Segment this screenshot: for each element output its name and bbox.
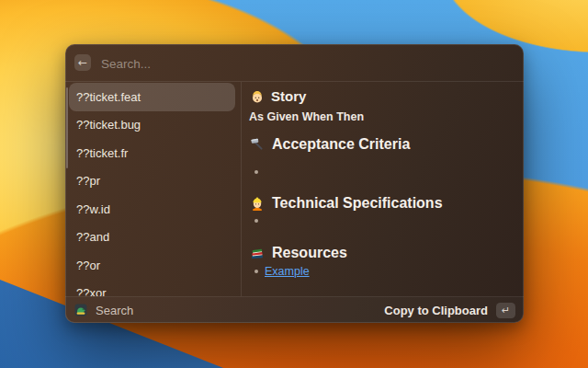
back-button[interactable]: ←	[74, 54, 91, 71]
list-item-ticket-feat[interactable]: ??ticket.feat	[69, 83, 235, 111]
list-item-label: ??or	[76, 259, 100, 272]
detail-subtitle: As Given When Then	[249, 110, 364, 123]
person-blond-emoji	[249, 88, 265, 104]
list-item-and[interactable]: ??and	[69, 224, 235, 252]
return-glyph: ↵	[502, 305, 510, 316]
desktop: ← ??ticket.feat ??ticket.bug ??ticket.fr…	[0, 0, 588, 368]
bullet-dot	[254, 170, 258, 174]
copy-to-clipboard-label: Copy to Clipboard	[384, 304, 488, 317]
section-technical-specifications: Technical Specifications	[249, 195, 443, 212]
search-input[interactable]	[99, 52, 498, 75]
section-acceptance-criteria: Acceptance Criteria	[249, 136, 410, 153]
books-emoji	[249, 246, 265, 261]
hammer-emoji	[249, 137, 265, 153]
search-bar: ←	[65, 44, 524, 81]
list-item-ticket-bug[interactable]: ??ticket.bug	[69, 111, 235, 140]
list-item-label: ??pr	[76, 174, 100, 188]
list-item-or[interactable]: ??or	[69, 251, 235, 280]
empty-bullet	[254, 214, 265, 227]
list-item-label: ??ticket.bug	[76, 118, 141, 132]
section-heading: Acceptance Criteria	[272, 136, 410, 153]
empty-bullet	[254, 166, 265, 178]
list-items: ??ticket.feat ??ticket.bug ??ticket.fr ?…	[65, 83, 241, 296]
return-key-icon: ↵	[496, 303, 515, 318]
construction-worker-emoji	[249, 196, 265, 212]
footer-command: Search	[74, 304, 133, 317]
list-item-ticket-fr[interactable]: ??ticket.fr	[69, 139, 235, 167]
bullet-dot	[254, 219, 258, 223]
list-item-label: ??ticket.feat	[76, 90, 141, 104]
launcher-window: ← ??ticket.feat ??ticket.bug ??ticket.fr…	[65, 44, 524, 323]
list-item-label: ??w.id	[76, 202, 110, 216]
back-arrow-icon: ←	[78, 57, 87, 68]
section-resources: Resources	[249, 245, 347, 261]
snippet-detail: Story As Given When Then Acceptance Crit…	[242, 82, 524, 296]
detail-title-row: Story	[249, 88, 306, 104]
section-heading: Technical Specifications	[272, 195, 443, 212]
footer-bar: Search Copy to Clipboard ↵	[65, 297, 524, 323]
example-link[interactable]: Example	[265, 265, 310, 278]
list-item-label: ??ticket.fr	[76, 146, 128, 160]
snippet-list: ??ticket.feat ??ticket.bug ??ticket.fr ?…	[65, 82, 241, 296]
section-heading: Resources	[272, 245, 347, 261]
detail-title: Story	[271, 88, 306, 104]
list-item-pr[interactable]: ??pr	[69, 167, 235, 196]
list-item-label: ??and	[76, 230, 109, 244]
bullet-dot	[254, 270, 258, 273]
footer-command-label: Search	[96, 304, 133, 317]
list-item-w-id[interactable]: ??w.id	[69, 195, 235, 224]
list-item-label: ??xor	[76, 286, 107, 296]
resource-link-row: Example	[254, 265, 310, 278]
green-dino-icon	[74, 304, 87, 316]
copy-to-clipboard-action[interactable]: Copy to Clipboard ↵	[384, 303, 515, 318]
list-item-xor[interactable]: ??xor	[69, 280, 235, 297]
